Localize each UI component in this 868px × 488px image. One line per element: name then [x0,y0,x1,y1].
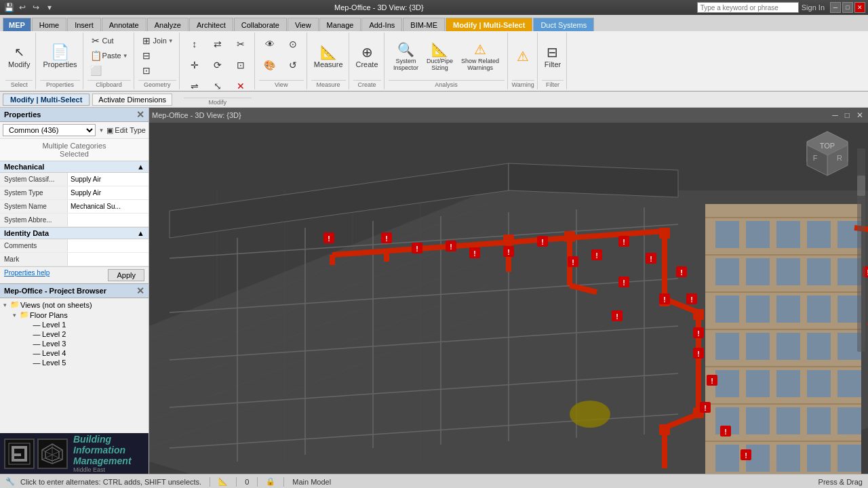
cut-button[interactable]: ✂ Cut [87,34,131,47]
modify-button[interactable]: ↖ Modify [5,42,33,70]
level1-item[interactable]: — Level 1 [0,320,149,329]
close-button[interactable]: ✕ [854,2,865,13]
activate-dimensions-button[interactable]: Activate Dimensions [92,94,172,106]
floor-plans-item[interactable]: ▾ 📁 Floor Plans [0,310,149,320]
level4-item[interactable]: — Level 4 [0,348,149,358]
override-button[interactable]: 🎨 [259,55,281,75]
geometry-btn3[interactable]: ⊡ [138,64,176,77]
tab-analyze[interactable]: Analyze [147,18,189,31]
tab-modify-multiselect[interactable]: Modify | Multi-Select [446,18,532,31]
scale-button[interactable]: ⤡ [207,76,229,96]
tab-manage[interactable]: Manage [319,18,361,31]
duct-pipe-sizing-button[interactable]: 📐 Duct/PipeSizing [424,39,456,73]
tab-view[interactable]: View [288,18,319,31]
views-root[interactable]: ▾ 📁 Views (not on sheets) [0,300,149,310]
modify-tab[interactable]: Modify | Multi-Select [3,94,90,106]
apply-button[interactable]: Apply [108,269,144,281]
tab-duct-systems[interactable]: Duct Systems [533,18,594,31]
edit-type-button[interactable]: ▣ Edit Type [106,126,146,135]
options-button[interactable]: ▾ [43,1,56,14]
copy-icon: ⬜ [90,65,101,76]
svg-text:!: ! [328,235,330,243]
status-sep1 [210,477,210,487]
viewport-scrollbar[interactable] [857,148,865,352]
tab-architect[interactable]: Architect [189,18,233,31]
offset-button[interactable]: ⇄ [207,34,229,54]
delete-button[interactable]: ✕ [230,76,252,96]
properties-help-link[interactable]: Properties help [4,269,50,281]
scroll-thumb[interactable] [857,176,865,196]
svg-text:!: ! [724,428,727,436]
svg-rect-56 [807,333,831,360]
mechanical-label: Mechanical [4,163,44,171]
prop-system-type: System Type Supply Air [0,186,149,200]
show-hide-button[interactable]: ⊙ [282,34,304,54]
svg-rect-45 [776,258,800,285]
category-dropdown[interactable]: Common (436) [3,124,96,136]
sign-in-link[interactable]: Sign In [802,3,825,12]
identity-data-category-header[interactable]: Identity Data ▲ [0,227,149,239]
show-related-warnings-button[interactable]: ⚠ Show RelatedWarnings [458,39,502,73]
tab-home[interactable]: Home [32,18,66,31]
rotate-button[interactable]: ⟳ [207,55,229,75]
level5-item[interactable]: — Level 5 [0,358,149,367]
warning-button[interactable]: ⚠ [512,46,534,66]
undo-button[interactable]: ↩ [16,1,28,14]
measure-button[interactable]: 📐 Measure [311,42,346,70]
trim-button[interactable]: ⊡ [230,55,252,75]
hide-isolate-button[interactable]: 👁 [259,34,281,54]
join-button[interactable]: ⊞ Join▼ [138,34,176,47]
minimize-button[interactable]: ─ [830,2,841,13]
system-inspector-button[interactable]: 🔍 SystemInspector [391,39,421,73]
right-hint: Press & Drag [818,478,863,486]
tab-mep[interactable]: MEP [3,18,31,31]
level3-label: Level 3 [42,340,149,348]
paste-button[interactable]: 📋 Paste▼ [87,49,131,62]
svg-rect-95 [693,309,704,320]
svg-rect-5 [24,446,27,462]
mark-input[interactable] [71,254,146,264]
level2-item[interactable]: — Level 2 [0,329,149,339]
viewport-minimize-button[interactable]: ─ [830,110,840,120]
prop-value-mark[interactable] [68,253,149,266]
create-button[interactable]: ⊕ Create [353,42,381,70]
viewport-close-button[interactable]: ✕ [854,110,865,120]
measure-icon: 📐 [320,44,336,60]
filter-icon: ⊟ [545,44,561,60]
maximize-button[interactable]: □ [842,2,853,13]
tab-insert[interactable]: Insert [67,18,101,31]
align-button[interactable]: ↕ [184,34,205,54]
svg-rect-71 [807,445,831,472]
system-inspector-label: SystemInspector [393,58,418,71]
tab-collaborate[interactable]: Collaborate [234,18,287,31]
svg-rect-38 [715,221,739,248]
paste-icon: 📋 [90,50,101,61]
mirror-button[interactable]: ⇌ [184,76,205,96]
comments-input[interactable] [71,241,146,251]
prop-value-comments[interactable] [68,239,149,252]
tab-annotate[interactable]: Annotate [102,18,146,31]
viewport[interactable]: Mep-Office - 3D View: {3D} ─ □ ✕ [149,108,868,474]
save-button[interactable]: 💾 [3,1,15,14]
search-input[interactable] [697,2,799,13]
level5-expand [22,359,31,366]
filter-button[interactable]: ⊟ Filter [542,42,564,70]
redo-button[interactable]: ↪ [30,1,42,14]
tab-addins[interactable]: Add-Ins [361,18,402,31]
copy-button[interactable]: ⬜ [87,64,131,77]
navigation-cube[interactable]: TOP R F [800,128,854,182]
reset-button[interactable]: ↺ [282,55,304,75]
mechanical-category-header[interactable]: Mechanical ▲ [0,161,149,173]
move-button[interactable]: ✛ [184,55,205,75]
properties-button[interactable]: 📄 Properties [40,42,79,70]
svg-rect-92 [564,231,575,242]
svg-rect-40 [776,221,800,248]
viewport-restore-button[interactable]: □ [843,110,852,120]
prop-system-abbre: System Abbre... [0,214,149,227]
properties-close-button[interactable]: ✕ [136,109,144,120]
level3-item[interactable]: — Level 3 [0,339,149,348]
browser-close-button[interactable]: ✕ [136,285,144,296]
geometry-btn2[interactable]: ⊟ [138,49,176,62]
tab-bimme[interactable]: BIM-ME [403,18,445,31]
split-button[interactable]: ✂ [230,34,252,54]
